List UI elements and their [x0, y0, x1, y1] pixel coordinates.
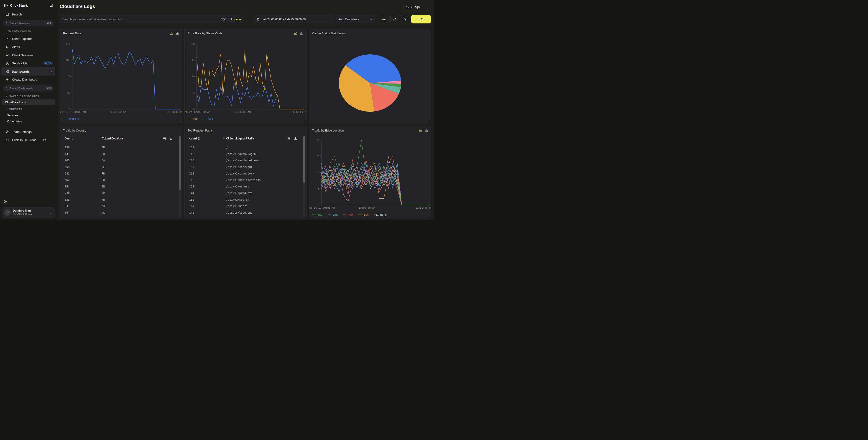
sidebar-collapse-button[interactable]: [49, 3, 54, 7]
sidebar-section-dashboards[interactable]: Dashboards: [1, 67, 55, 75]
legend-item[interactable]: 4xx: [188, 117, 198, 121]
table-body: 196AU137BR205CA364DE281FR462GB154IN230JP…: [60, 144, 182, 218]
sidebar-section-label: Dashboards: [12, 70, 30, 73]
lucene-toggle[interactable]: Lucene: [231, 18, 241, 21]
svg-text:0: 0: [69, 108, 70, 110]
column-header[interactable]: ClientRequestPath: [226, 135, 254, 142]
sidebar-item-kubernetes[interactable]: Kubernetes: [2, 119, 55, 124]
legend-item[interactable]: +11 more: [374, 213, 386, 216]
scrollbar-thumb[interactable]: [179, 136, 181, 190]
help-button[interactable]: [2, 199, 8, 205]
wrap-text-icon[interactable]: [163, 137, 166, 140]
resize-handle[interactable]: [429, 216, 430, 218]
refresh-button[interactable]: [390, 15, 399, 24]
table-row: 230JP: [60, 190, 182, 197]
legend-label: +11 more: [374, 213, 386, 216]
resize-handle[interactable]: [304, 121, 305, 122]
create-dashboard-button[interactable]: Create Dashboard: [0, 75, 57, 83]
legend-item[interactable]: SIN: [359, 213, 368, 216]
legend-label: ORD: [317, 213, 322, 216]
more-menu-button[interactable]: [424, 4, 431, 10]
sidebar-item-client-sessions[interactable]: Client Sessions: [0, 51, 57, 59]
column-header[interactable]: Count: [65, 135, 73, 142]
legend-item[interactable]: ORD: [312, 213, 322, 216]
legend-dash: [328, 214, 331, 215]
bar-chart-toggle-icon[interactable]: [300, 32, 304, 35]
sidebar-item-alerts[interactable]: Alerts: [0, 43, 57, 51]
legend-item[interactable]: count(): [63, 117, 79, 121]
cell-value: 33: [65, 203, 68, 209]
scrollbar-track: [303, 136, 305, 217]
sidebar-item-cloudflare-logs[interactable]: Cloudflare Logs: [2, 99, 55, 105]
cell-value: AU: [101, 144, 105, 151]
event-search-input[interactable]: [62, 18, 218, 21]
resize-handle[interactable]: [429, 121, 430, 122]
cell-value: 167: [189, 203, 194, 209]
legend-item[interactable]: 5xx: [203, 117, 213, 121]
saved-dashboards-input[interactable]: [10, 87, 44, 90]
saved-dashboards-input-wrap: ⌘ K: [3, 85, 54, 92]
drag-handle-icon[interactable]: [222, 137, 225, 140]
resize-handle[interactable]: [304, 216, 305, 218]
download-icon[interactable]: [169, 137, 173, 140]
sidebar-item-services[interactable]: Services: [2, 112, 55, 118]
line-chart-toggle-icon[interactable]: [418, 129, 422, 132]
table-row: 142/api/v1/auth/login: [184, 151, 306, 158]
sidebar-item-clickhouse-cloud[interactable]: ClickHouse Cloud: [0, 136, 57, 144]
line-chart-toggle-icon[interactable]: [169, 32, 173, 35]
drag-handle-icon[interactable]: [98, 137, 101, 140]
legend-label: count(): [68, 117, 79, 121]
download-icon[interactable]: [294, 137, 297, 140]
line-chart-toggle-icon[interactable]: [294, 32, 298, 35]
scrollbar-track: [179, 136, 181, 217]
legend-item[interactable]: EWR: [328, 213, 338, 216]
cell-value: /api/v1/orders: [226, 183, 249, 190]
chart-legend: ORDEWRFRASIN+11 more: [312, 213, 386, 216]
table-row: 364DE: [60, 164, 182, 170]
presets-group-label[interactable]: PRESETS: [0, 106, 57, 112]
cell-value: GB: [101, 177, 105, 183]
saved-dashboards-group-label[interactable]: SAVED DASHBOARDS: [0, 93, 57, 99]
sidebar-item-chart-explorer[interactable]: Chart Explorer: [0, 35, 57, 43]
live-button[interactable]: Live: [377, 15, 389, 24]
bar-chart-toggle-icon[interactable]: [175, 32, 179, 35]
cell-value: 138: [189, 144, 194, 151]
column-header[interactable]: count(): [189, 135, 201, 142]
saved-searches-input[interactable]: [10, 22, 44, 25]
chevron-up-icon: [50, 70, 53, 73]
resize-handle[interactable]: [179, 216, 181, 218]
column-header[interactable]: ClientCountry: [101, 135, 123, 142]
error-rate-chart-canvas[interactable]: 05101520eb 24 12:00:00 AM10:00:00 AM11:3…: [184, 29, 306, 123]
table-row: 137BR: [60, 151, 182, 158]
bar-chart-toggle-icon[interactable]: [425, 129, 428, 132]
granularity-select[interactable]: Auto Granularity: [336, 15, 375, 24]
cell-value: 144: [189, 190, 194, 197]
date-range-picker[interactable]: Feb 24 00:00:00 - Feb 25 00:00:00: [254, 15, 334, 24]
tags-button[interactable]: 0 Tags: [403, 4, 423, 10]
cell-value: JP: [101, 190, 105, 197]
table-header: CountClientCountry: [60, 135, 182, 142]
edge-location-chart-canvas[interactable]: 05101520eb 24 12:00:00 AM10:00:00 AM11:3…: [309, 126, 431, 219]
nav-label: Alerts: [12, 45, 20, 49]
request-rate-chart-canvas[interactable]: 03570105140eb 24 12:00:00 AM10:00:00 AM1…: [60, 29, 182, 123]
chart-explorer-icon: [5, 37, 9, 40]
legend-item[interactable]: FRA: [343, 213, 353, 216]
filter-button[interactable]: [401, 15, 409, 24]
logo-text: ClickStack: [10, 3, 28, 7]
user-card[interactable]: DT Dominic Tran ClickStack Demo: [2, 207, 55, 218]
cell-value: /api/v1/search: [226, 197, 249, 203]
table-body: 138/142/api/v1/auth/login163/api/v1/auth…: [184, 144, 306, 218]
legend-dash: [63, 119, 66, 120]
cache-status-pie-canvas[interactable]: [309, 29, 431, 123]
wrap-text-icon[interactable]: [287, 137, 291, 140]
run-button[interactable]: Run: [411, 15, 431, 24]
sql-toggle[interactable]: SQL: [221, 18, 226, 21]
sidebar-section-search[interactable]: Search: [0, 10, 57, 18]
sidebar-item-service-map[interactable]: Service Map BETA: [0, 59, 57, 67]
sidebar-item-team-settings[interactable]: Team Settings: [0, 128, 57, 136]
scrollbar-thumb[interactable]: [303, 136, 305, 183]
resize-handle[interactable]: [179, 121, 181, 122]
table-row: 152/api/v1/search: [184, 197, 306, 203]
table-row: 462GB: [60, 177, 182, 183]
svg-text:0: 0: [193, 108, 195, 110]
